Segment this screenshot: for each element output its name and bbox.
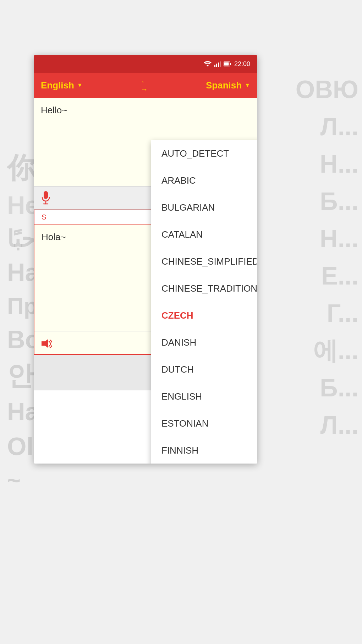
svg-rect-6: [224, 63, 229, 66]
dropdown-item-danish[interactable]: DANISH: [151, 329, 257, 356]
svg-marker-10: [42, 339, 48, 348]
battery-icon: [224, 61, 231, 66]
dropdown-item-bulgarian[interactable]: BULGARIAN: [151, 194, 257, 221]
dropdown-item-czech[interactable]: CZECH: [151, 302, 257, 329]
wifi-icon: [204, 61, 212, 67]
dropdown-item-dutch[interactable]: DUTCH: [151, 356, 257, 383]
svg-rect-7: [44, 191, 48, 199]
svg-rect-2: [218, 63, 219, 67]
status-bar: 22:00: [34, 55, 257, 73]
output-lang-label: S: [42, 213, 46, 221]
svg-rect-0: [214, 65, 215, 67]
phone-frame: 22:00 English ▼ ← → Spanish ▼ Hello~: [34, 55, 257, 464]
target-lang-chevron: ▼: [245, 82, 250, 88]
mic-icon[interactable]: [41, 191, 51, 205]
source-lang-chevron: ▼: [77, 82, 83, 88]
language-dropdown[interactable]: AUTO_DETECT ARABIC BULGARIAN CATALAN CHI…: [151, 140, 257, 464]
dropdown-item-auto-detect[interactable]: AUTO_DETECT: [151, 140, 257, 167]
dropdown-item-estonian[interactable]: ESTONIAN: [151, 410, 257, 437]
dropdown-item-chinese-simplified[interactable]: CHINESE_SIMPLIFIED: [151, 248, 257, 275]
main-content: Hello~ S Hola~: [34, 98, 257, 390]
output-text: Hola~: [42, 232, 66, 242]
source-lang-selector[interactable]: English ▼: [41, 80, 83, 91]
svg-rect-5: [230, 63, 231, 65]
dropdown-item-catalan[interactable]: CATALAN: [151, 221, 257, 248]
dropdown-item-arabic[interactable]: ARABIC: [151, 167, 257, 194]
app-header: English ▼ ← → Spanish ▼: [34, 73, 257, 98]
target-lang-label: Spanish: [206, 80, 242, 91]
right-watermark: ОВЮ Л... Н... Б... Н... Е... Г... 에... Б…: [296, 71, 362, 444]
speaker-icon[interactable]: [42, 337, 52, 348]
svg-rect-1: [216, 64, 217, 67]
dropdown-item-english[interactable]: ENGLISH: [151, 383, 257, 410]
source-lang-label: English: [41, 80, 74, 91]
status-time: 22:00: [234, 60, 250, 68]
signal-icon: [214, 61, 221, 67]
status-icons: 22:00: [204, 60, 250, 68]
dropdown-item-finnish[interactable]: FINNISH: [151, 437, 257, 464]
input-text: Hello~: [41, 105, 67, 115]
target-lang-selector[interactable]: Spanish ▼: [206, 80, 250, 91]
left-arrow-icon: ←: [141, 78, 148, 85]
right-arrow-icon: →: [141, 86, 148, 93]
svg-rect-3: [220, 61, 221, 67]
dropdown-item-chinese-traditional[interactable]: CHINESE_TRADITIONAL: [151, 275, 257, 302]
swap-button[interactable]: ← →: [141, 78, 148, 93]
